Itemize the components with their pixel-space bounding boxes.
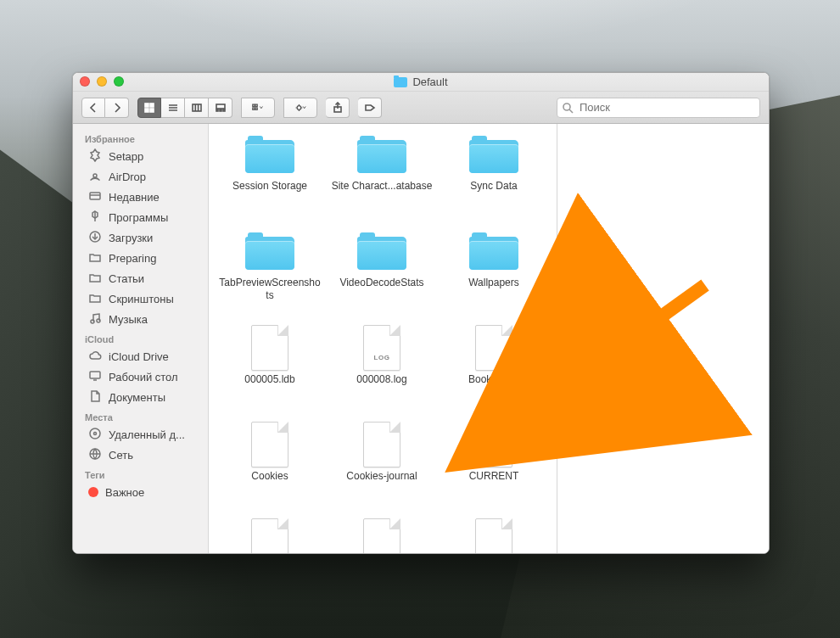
svg-rect-11 — [216, 109, 218, 111]
svg-rect-12 — [220, 109, 221, 111]
group-button-group — [241, 98, 275, 118]
sidebar-item-label: Preparing — [109, 252, 156, 265]
icon-view-button[interactable] — [137, 98, 161, 118]
svg-rect-28 — [90, 193, 100, 199]
sidebar-item[interactable]: Сеть — [73, 445, 208, 465]
sidebar-item[interactable]: Важное — [73, 482, 208, 502]
item-name: Wallpapers — [468, 277, 519, 289]
recents-icon — [88, 189, 102, 205]
content-area[interactable]: Session StorageSite Charact...atabaseSyn… — [209, 124, 769, 553]
file-icon — [245, 521, 294, 553]
svg-point-27 — [93, 174, 97, 177]
sidebar-item[interactable]: Музыка — [73, 309, 208, 329]
sidebar-section-header: Теги — [73, 465, 208, 482]
item-name: CURRENT — [469, 470, 519, 483]
sidebar-item-label: iCloud Drive — [109, 350, 169, 363]
documents-icon — [88, 389, 102, 406]
file-item[interactable]: LOG000008.log — [326, 322, 438, 419]
folder-item[interactable]: TabPreviewScreenshots — [214, 226, 326, 322]
sidebar-item[interactable]: Статьи — [73, 268, 208, 288]
folder-item[interactable]: VideoDecodeStats — [326, 226, 438, 322]
svg-point-18 — [297, 105, 301, 109]
action-button[interactable] — [283, 98, 317, 118]
tag-dot-icon — [88, 487, 98, 497]
svg-rect-1 — [150, 104, 154, 107]
sidebar-item[interactable]: Программы — [73, 207, 208, 227]
folder-icon — [357, 231, 406, 271]
setapp-icon — [88, 148, 102, 165]
tag-button[interactable] — [358, 98, 382, 118]
svg-point-37 — [90, 428, 100, 439]
sidebar-item-label: Рабочий стол — [109, 371, 178, 383]
sidebar-item[interactable]: Загрузки — [73, 227, 208, 248]
group-button[interactable] — [241, 98, 275, 118]
file-icon — [245, 424, 294, 465]
folder-item[interactable]: Wallpapers — [438, 226, 550, 322]
window-title: Default — [394, 76, 447, 88]
item-name: Cookies-journal — [346, 470, 417, 483]
search-field — [557, 98, 760, 118]
file-item[interactable] — [326, 516, 438, 553]
sidebar-item-label: Программы — [109, 211, 168, 224]
sidebar-item[interactable]: Preparing — [73, 248, 208, 268]
gallery-view-button[interactable] — [209, 98, 232, 118]
sidebar-item-label: Скринштоны — [109, 293, 174, 305]
file-item[interactable]: Bookmarks — [438, 322, 550, 419]
titlebar[interactable]: Default — [73, 73, 769, 92]
sidebar-item[interactable]: Недавние — [73, 187, 208, 207]
sidebar-item-label: Setapp — [109, 150, 143, 163]
folder-item[interactable]: Sync Data — [438, 129, 550, 226]
minimize-button[interactable] — [97, 76, 107, 87]
svg-rect-2 — [145, 109, 148, 112]
list-view-button[interactable] — [161, 98, 185, 118]
maximize-button[interactable] — [114, 76, 124, 87]
search-input[interactable] — [557, 98, 760, 118]
folder-item[interactable]: Site Charact...atabase — [326, 129, 438, 226]
downloads-icon — [88, 230, 102, 246]
forward-button[interactable] — [105, 98, 129, 118]
folder-icon — [88, 250, 102, 266]
apps-icon — [88, 210, 102, 226]
folder-icon — [469, 231, 518, 271]
sidebar-section-header: iCloud — [73, 329, 208, 346]
file-icon — [245, 327, 294, 368]
svg-point-25 — [563, 104, 570, 110]
sidebar-item[interactable]: AirDrop — [73, 166, 208, 187]
nav-buttons — [81, 98, 129, 118]
file-item[interactable]: 000005.ldb — [214, 322, 326, 419]
file-item[interactable]: Cookies — [214, 419, 326, 516]
file-item[interactable] — [438, 516, 550, 553]
folder-icon — [245, 231, 294, 271]
file-icon — [357, 424, 406, 465]
close-button[interactable] — [80, 76, 90, 87]
sidebar-item[interactable]: Удаленный д... — [73, 424, 208, 445]
item-name: Site Charact...atabase — [332, 180, 433, 193]
folder-icon — [88, 291, 102, 307]
sidebar-section-header: Места — [73, 407, 208, 424]
folder-icon — [357, 134, 406, 175]
sidebar-item-label: Удаленный д... — [109, 428, 185, 441]
svg-rect-10 — [216, 104, 225, 109]
sidebar-item[interactable]: iCloud Drive — [73, 346, 208, 367]
share-button[interactable] — [326, 98, 350, 118]
svg-rect-16 — [253, 108, 255, 109]
sidebar-item-label: AirDrop — [109, 171, 146, 183]
folder-item[interactable]: Session Storage — [214, 129, 326, 226]
item-name: 000008.log — [356, 373, 406, 386]
file-item[interactable]: CURRENT — [438, 419, 550, 516]
network-icon — [88, 447, 102, 463]
sidebar-item[interactable]: Скринштоны — [73, 288, 208, 309]
sidebar-item[interactable]: Рабочий стол — [73, 367, 208, 387]
svg-point-34 — [97, 319, 100, 322]
sidebar-item[interactable]: Setapp — [73, 146, 208, 166]
sidebar-section-header: Избранное — [73, 129, 208, 146]
file-item[interactable]: Cookies-journal — [326, 419, 438, 516]
item-name: VideoDecodeStats — [339, 277, 423, 289]
folder-icon — [245, 134, 294, 175]
item-name: Cookies — [251, 470, 288, 483]
column-view-button[interactable] — [185, 98, 209, 118]
back-button[interactable] — [81, 98, 105, 118]
file-item[interactable] — [214, 516, 326, 553]
svg-point-33 — [91, 320, 94, 323]
sidebar-item[interactable]: Документы — [73, 387, 208, 407]
